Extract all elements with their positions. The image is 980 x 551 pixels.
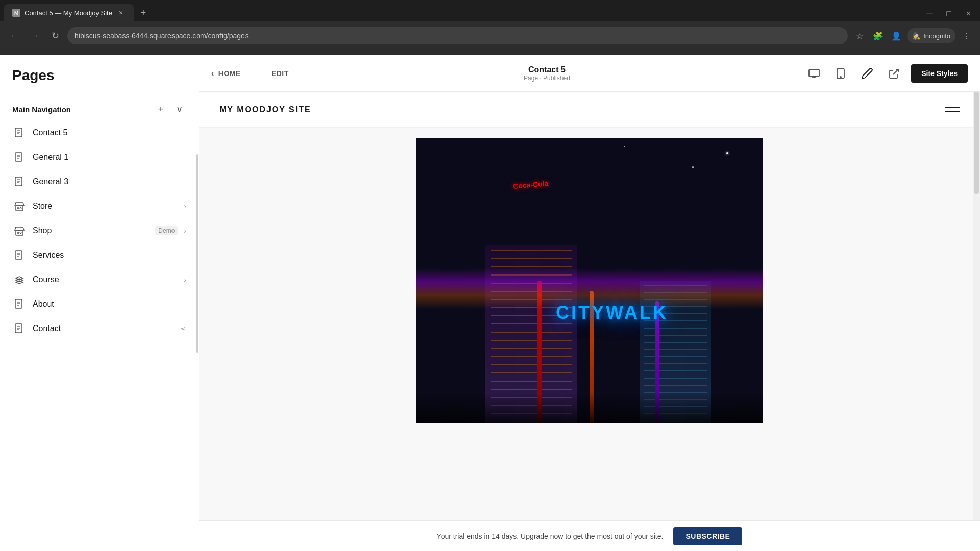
preview-scrollbar-thumb	[974, 92, 979, 194]
svg-rect-15	[16, 230, 23, 235]
app-layout: Pages Main Navigation + ∨	[0, 55, 980, 551]
sidebar-item-label-general3: General 3	[33, 177, 186, 186]
preview-body: Coca-Cola	[199, 128, 980, 520]
sidebar-scrollbar[interactable]	[195, 55, 199, 551]
incognito-badge: 🕵 Incognito	[907, 28, 955, 43]
svg-point-17	[20, 232, 21, 234]
demo-badge: Demo	[155, 226, 178, 235]
sidebar-title: Pages	[12, 67, 186, 84]
sidebar-item-label-contact: Contact	[33, 324, 175, 333]
star-3	[624, 146, 625, 147]
city-background: Coca-Cola	[416, 138, 763, 423]
sidebar-item-contact[interactable]: Contact ∨	[0, 316, 199, 341]
svg-rect-30	[809, 69, 819, 77]
sidebar-item-shop[interactable]: Shop Demo ›	[0, 218, 199, 243]
close-window-button[interactable]: ×	[961, 6, 976, 21]
menu-button[interactable]: ⋮	[959, 28, 974, 43]
sidebar-item-about[interactable]: About	[0, 292, 199, 316]
star-1	[726, 152, 728, 154]
tab-title: Contact 5 — My Moodjoy Site	[24, 9, 112, 17]
address-bar[interactable]: hibiscus-seabass-6444.squarespace.com/co…	[67, 27, 848, 44]
preview-site-header: MY MOODJOY SITE	[199, 92, 980, 128]
trial-message: Your trial ends in 14 days. Upgrade now …	[437, 532, 664, 540]
store-icon	[12, 199, 27, 213]
add-page-button[interactable]: +	[154, 102, 168, 116]
preview-scrollbar[interactable]	[973, 92, 980, 520]
browser-toolbar: ← → ↻ hibiscus-seabass-6444.squarespace.…	[0, 21, 980, 50]
main-nav-section-header: Main Navigation + ∨	[0, 96, 199, 120]
sidebar-item-label-store: Store	[33, 202, 178, 211]
main-nav-title: Main Navigation	[12, 105, 71, 114]
forward-button[interactable]: →	[27, 28, 43, 44]
page-icon	[12, 297, 27, 311]
coca-cola-sign: Coca-Cola	[513, 179, 549, 190]
profile-button[interactable]: 👤	[889, 28, 904, 43]
sidebar: Pages Main Navigation + ∨	[0, 55, 199, 551]
sidebar-item-general3[interactable]: General 3	[0, 169, 199, 194]
back-button[interactable]: ←	[6, 28, 22, 44]
home-button[interactable]: ‹ HOME	[211, 69, 241, 78]
browser-chrome: M Contact 5 — My Moodjoy Site × + ─ □ × …	[0, 0, 980, 55]
topbar-center: Contact 5 Page · Published	[289, 65, 805, 82]
main-area: ‹ HOME EDIT Contact 5 Page · Published	[199, 55, 980, 551]
incognito-icon: 🕵	[912, 32, 920, 40]
sidebar-item-label-about: About	[33, 299, 186, 309]
page-subtitle: Page · Published	[524, 74, 570, 82]
toolbar-actions: ☆ 🧩 👤 🕵 Incognito ⋮	[852, 28, 974, 43]
sidebar-item-label-shop: Shop	[33, 226, 149, 235]
edit-button[interactable]: EDIT	[272, 69, 289, 78]
new-tab-button[interactable]: +	[136, 4, 151, 21]
preview-image: Coca-Cola	[416, 138, 763, 423]
sidebar-item-label-contact5: Contact 5	[33, 128, 186, 137]
extensions-button[interactable]: 🧩	[870, 28, 886, 43]
site-styles-button[interactable]: Site Styles	[911, 64, 968, 83]
tab-close-button[interactable]: ×	[116, 8, 126, 17]
subscribe-button[interactable]: SUBSCRIBE	[673, 527, 742, 545]
store-icon	[12, 223, 27, 238]
svg-point-34	[840, 77, 841, 78]
star-2	[692, 166, 694, 168]
active-tab[interactable]: M Contact 5 — My Moodjoy Site ×	[4, 4, 134, 21]
page-icon	[12, 150, 27, 164]
course-arrow-icon: ›	[184, 276, 186, 284]
minimize-button[interactable]: ─	[922, 6, 937, 21]
bookmark-button[interactable]: ☆	[852, 28, 867, 43]
sidebar-content: Main Navigation + ∨ Contact 5	[0, 92, 199, 551]
hamburger-menu-icon[interactable]	[945, 107, 960, 112]
desktop-view-button[interactable]	[805, 64, 823, 83]
address-bar-url: hibiscus-seabass-6444.squarespace.com/co…	[75, 32, 841, 40]
sidebar-item-general1[interactable]: General 1	[0, 145, 199, 169]
page-icon	[12, 321, 27, 336]
sidebar-scrollbar-thumb	[196, 154, 198, 353]
back-arrow-icon: ‹	[211, 69, 214, 78]
collapse-section-button[interactable]: ∨	[172, 102, 186, 116]
sidebar-header: Pages	[0, 55, 199, 92]
maximize-button[interactable]: □	[941, 6, 957, 21]
incognito-label: Incognito	[923, 32, 950, 40]
page-icon	[12, 126, 27, 140]
sidebar-item-contact5[interactable]: Contact 5	[0, 120, 199, 145]
svg-point-14	[20, 208, 21, 209]
section-actions: + ∨	[154, 102, 186, 116]
external-link-button[interactable]	[885, 64, 903, 83]
svg-line-35	[893, 69, 898, 74]
citywalk-photo: Coca-Cola	[416, 138, 763, 423]
site-logo: MY MOODJOY SITE	[219, 105, 311, 114]
bottom-bar: Your trial ends in 14 days. Upgrade now …	[199, 520, 980, 551]
browser-tabs: M Contact 5 — My Moodjoy Site × + ─ □ ×	[0, 0, 980, 21]
svg-point-16	[17, 232, 19, 234]
store-arrow-icon: ›	[184, 202, 186, 210]
sidebar-item-services[interactable]: Services	[0, 243, 199, 267]
sidebar-item-store[interactable]: Store ›	[0, 194, 199, 218]
page-title: Contact 5	[528, 65, 566, 74]
mobile-view-button[interactable]	[831, 64, 850, 83]
edit-style-button[interactable]	[858, 64, 876, 83]
sidebar-item-course[interactable]: Course ›	[0, 267, 199, 292]
refresh-button[interactable]: ↻	[47, 28, 63, 44]
tab-favicon: M	[12, 9, 20, 17]
neon-strip	[416, 268, 763, 309]
sidebar-item-label-course: Course	[33, 275, 178, 284]
topbar-actions: Site Styles	[805, 64, 968, 83]
topbar: ‹ HOME EDIT Contact 5 Page · Published	[199, 55, 980, 92]
page-icon	[12, 174, 27, 189]
